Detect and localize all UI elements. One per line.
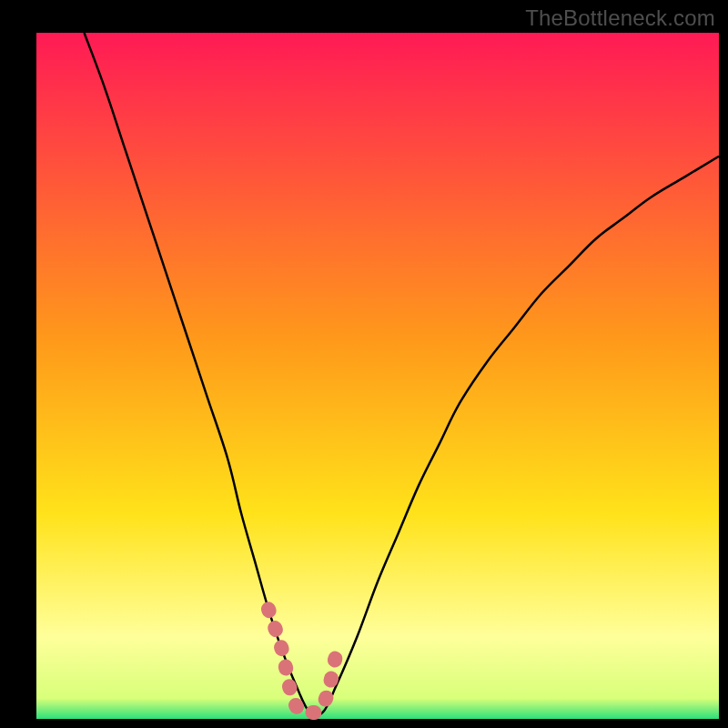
bottleneck-plot: [0, 0, 728, 728]
watermark-text: TheBottleneck.com: [525, 5, 715, 31]
plot-background: [36, 33, 719, 719]
chart-container: TheBottleneck.com: [0, 0, 728, 728]
